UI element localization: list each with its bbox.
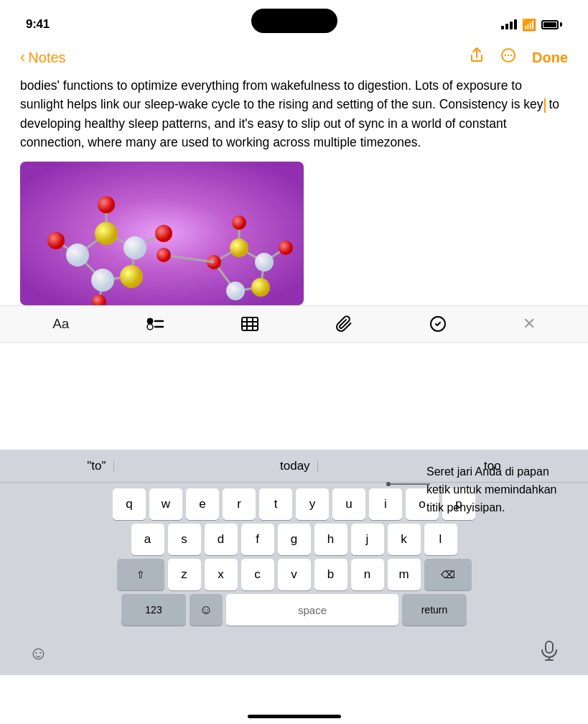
svg-point-21 (123, 236, 146, 259)
svg-point-20 (66, 243, 89, 266)
autocomplete-item-1[interactable]: today (273, 459, 317, 473)
bottom-bar: ☺ (0, 634, 588, 675)
key-emoji[interactable]: ☺ (190, 594, 223, 626)
key-j[interactable]: j (351, 524, 384, 555)
molecule-image (20, 162, 304, 305)
home-indicator (248, 715, 341, 718)
key-h[interactable]: h (314, 524, 347, 555)
svg-point-31 (279, 241, 293, 255)
phone-frame: 9:41 📶 ‹ Notes (0, 0, 588, 724)
done-button[interactable]: Done (532, 50, 568, 66)
key-t[interactable]: t (259, 488, 292, 520)
key-x[interactable]: x (205, 559, 238, 590)
svg-point-18 (95, 222, 118, 245)
list-button[interactable] (146, 316, 164, 332)
key-a[interactable]: a (131, 524, 164, 555)
format-toolbar: Aa (0, 305, 588, 343)
markup-button[interactable] (429, 315, 447, 333)
key-shift[interactable]: ⇧ (117, 559, 164, 590)
microphone-icon[interactable] (539, 640, 559, 667)
nav-back-label[interactable]: Notes (28, 50, 65, 66)
more-options-icon[interactable] (500, 47, 516, 68)
share-icon[interactable] (469, 47, 485, 68)
nav-bar: ‹ Notes Done (0, 39, 588, 76)
toolbar-close-button[interactable]: ✕ (523, 315, 536, 333)
note-text: bodies' functions to optimize everything… (20, 76, 568, 152)
svg-point-41 (147, 324, 153, 330)
svg-point-2 (508, 55, 509, 56)
key-q[interactable]: q (113, 488, 146, 520)
nav-back[interactable]: ‹ Notes (20, 48, 66, 67)
key-s[interactable]: s (168, 524, 201, 555)
key-v[interactable]: v (278, 559, 311, 590)
svg-point-38 (157, 248, 171, 262)
note-content[interactable]: bodies' functions to optimize everything… (0, 76, 588, 305)
svg-point-53 (386, 482, 391, 486)
key-w[interactable]: w (149, 488, 182, 520)
annotation-text: Seret jari Anda di papan ketik untuk mem… (426, 463, 566, 516)
autocomplete-item-0[interactable]: "to" (80, 459, 113, 473)
svg-point-33 (230, 238, 248, 257)
key-f[interactable]: f (241, 524, 274, 555)
key-u[interactable]: u (332, 488, 365, 520)
svg-point-1 (505, 55, 506, 56)
svg-point-19 (120, 265, 143, 288)
svg-rect-43 (242, 317, 258, 330)
svg-point-34 (251, 278, 270, 297)
key-g[interactable]: g (278, 524, 311, 555)
svg-point-30 (232, 215, 246, 230)
status-icons: 📶 (501, 18, 562, 32)
nav-right-actions: Done (469, 47, 568, 68)
key-m[interactable]: m (388, 559, 421, 590)
battery-icon (541, 20, 562, 29)
svg-point-14 (98, 196, 115, 213)
signal-icon (501, 19, 517, 29)
svg-rect-49 (546, 641, 553, 653)
key-c[interactable]: c (241, 559, 274, 590)
status-time: 9:41 (26, 17, 50, 32)
wifi-icon: 📶 (522, 18, 536, 32)
back-chevron-icon: ‹ (20, 48, 25, 67)
text-cursor (544, 98, 546, 113)
svg-point-16 (155, 225, 172, 242)
key-e[interactable]: e (186, 488, 219, 520)
attachment-button[interactable] (335, 315, 353, 333)
svg-point-35 (255, 253, 274, 272)
svg-point-36 (226, 282, 245, 300)
key-d[interactable]: d (205, 524, 238, 555)
key-n[interactable]: n (351, 559, 384, 590)
key-space[interactable]: space (226, 594, 398, 626)
keyboard-row-3: ⇧ z x c v b n m ⌫ (3, 559, 585, 590)
key-delete[interactable]: ⌫ (424, 559, 472, 590)
svg-point-3 (510, 55, 512, 56)
keyboard-row-4: 123 ☺ space return (3, 594, 585, 626)
svg-point-15 (47, 232, 65, 249)
dynamic-island (251, 9, 337, 33)
svg-point-22 (91, 269, 114, 292)
key-y[interactable]: y (296, 488, 329, 520)
svg-point-39 (147, 318, 153, 324)
emoji-icon[interactable]: ☺ (29, 642, 48, 664)
key-k[interactable]: k (388, 524, 421, 555)
keyboard-row-2: a s d f g h j k l (3, 524, 585, 555)
key-b[interactable]: b (314, 559, 347, 590)
table-button[interactable] (241, 316, 259, 332)
text-format-button[interactable]: Aa (52, 316, 69, 332)
key-l[interactable]: l (424, 524, 457, 555)
key-123[interactable]: 123 (121, 594, 186, 626)
key-return[interactable]: return (402, 594, 467, 626)
key-r[interactable]: r (223, 488, 256, 520)
key-z[interactable]: z (168, 559, 201, 590)
annotation-container: Seret jari Anda di papan ketik untuk mem… (426, 463, 566, 516)
key-i[interactable]: i (369, 488, 402, 520)
